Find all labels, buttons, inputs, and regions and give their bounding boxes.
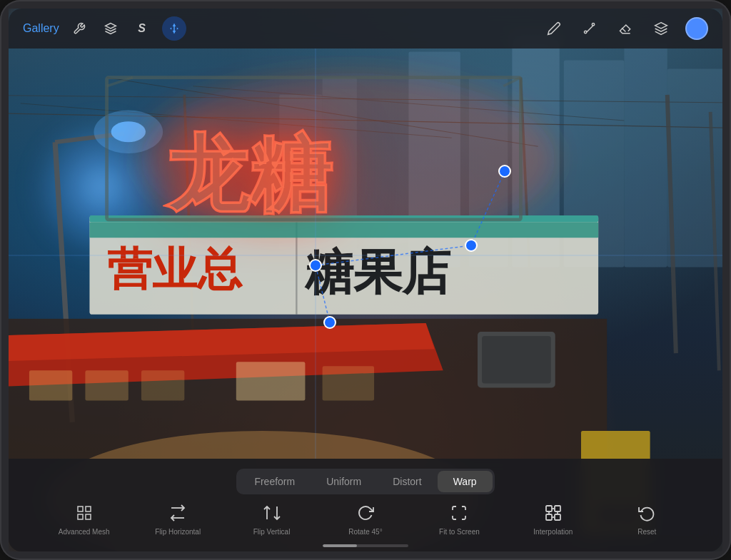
scroll-indicator (323, 544, 408, 547)
fit-to-screen-label: Fit to Screen (439, 528, 480, 536)
transform-mode-tabs: Freeform Uniform Distort Warp (236, 469, 494, 494)
brush-tool-button[interactable] (578, 17, 601, 40)
rotate-45-label: Rotate 45° (348, 528, 382, 536)
flip-horizontal-icon (169, 504, 186, 524)
fit-to-screen-icon (450, 504, 468, 524)
reset-icon (638, 504, 655, 524)
wrench-button[interactable] (68, 17, 91, 40)
interpolation-label: Interpolation (533, 528, 573, 536)
tool-actions: Advanced Mesh Flip Horizontal (9, 502, 722, 539)
distort-tab[interactable]: Distort (377, 471, 437, 492)
color-selector[interactable] (685, 17, 708, 40)
scroll-fill (323, 544, 357, 547)
freeform-tab[interactable]: Freeform (238, 471, 311, 492)
top-left-tools: Gallery S (23, 16, 186, 41)
uniform-tab[interactable]: Uniform (311, 471, 377, 492)
gallery-button[interactable]: Gallery (23, 22, 59, 35)
flip-vertical-icon (263, 504, 281, 524)
flip-horizontal-button[interactable]: Flip Horizontal (131, 502, 224, 539)
interpolation-icon (545, 504, 562, 524)
advanced-mesh-icon (76, 504, 93, 524)
interpolation-button[interactable]: Interpolation (506, 502, 600, 539)
pen-tool-button[interactable] (543, 17, 565, 40)
svg-rect-54 (86, 506, 91, 511)
warp-tab[interactable]: Warp (438, 471, 493, 492)
fit-to-screen-button[interactable]: Fit to Screen (413, 502, 506, 539)
screen: 营业总 糖果店 龙糖 龙糖 (9, 9, 722, 551)
advanced-mesh-button[interactable]: Advanced Mesh (37, 502, 131, 539)
svg-rect-62 (555, 506, 560, 511)
smudge-button[interactable]: S (131, 17, 153, 40)
bottom-toolbar: Freeform Uniform Distort Warp Advanced M… (9, 459, 722, 551)
svg-rect-64 (555, 514, 560, 520)
top-bar: Gallery S (9, 9, 722, 49)
flip-horizontal-label: Flip Horizontal (155, 528, 201, 536)
rotate-45-icon (357, 504, 374, 524)
rotate-45-button[interactable]: Rotate 45° (318, 502, 412, 539)
advanced-mesh-label: Advanced Mesh (59, 528, 110, 536)
svg-rect-63 (546, 514, 552, 520)
transform-button[interactable] (162, 16, 186, 41)
eraser-tool-button[interactable] (614, 17, 637, 40)
flip-vertical-button[interactable]: Flip Vertical (225, 502, 318, 539)
tablet-frame: 营业总 糖果店 龙糖 龙糖 (0, 0, 731, 560)
adjustments-button[interactable] (99, 17, 122, 40)
reset-label: Reset (637, 528, 656, 536)
flip-vertical-label: Flip Vertical (253, 528, 291, 536)
street-light-glow (30, 116, 173, 258)
top-right-tools (543, 17, 708, 40)
svg-rect-55 (78, 514, 83, 519)
layers-button[interactable] (650, 17, 672, 40)
reset-button[interactable]: Reset (600, 502, 694, 539)
svg-rect-53 (78, 506, 83, 511)
svg-rect-56 (86, 514, 91, 519)
svg-rect-61 (546, 506, 552, 511)
